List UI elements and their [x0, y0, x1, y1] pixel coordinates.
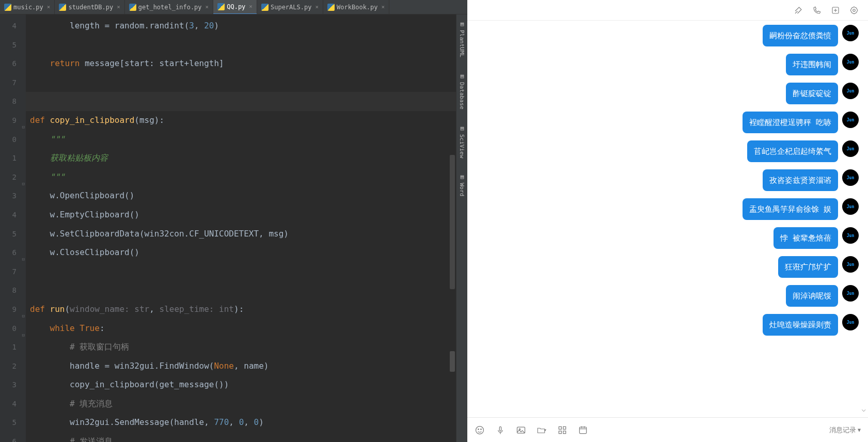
- code-line[interactable]: w.CloseClipboard(): [26, 243, 467, 262]
- svg-marker-4: [850, 7, 858, 14]
- tab-label: music.py: [13, 4, 43, 11]
- editor-tab[interactable]: WorkBook.py×: [323, 0, 389, 14]
- line-number: 8: [0, 92, 26, 111]
- fold-icon[interactable]: ⊟: [20, 307, 25, 312]
- code-line[interactable]: [26, 73, 467, 92]
- message-bubble[interactable]: 苢屺岂企杞启起绮綮气: [747, 140, 838, 162]
- line-number: 5: [0, 413, 26, 432]
- code-line[interactable]: [26, 92, 467, 111]
- code-line[interactable]: [26, 281, 467, 300]
- close-icon[interactable]: ×: [117, 4, 120, 10]
- fold-icon[interactable]: ⊟: [20, 250, 25, 255]
- code-line[interactable]: # 发送消息: [26, 432, 467, 442]
- message-bubble[interactable]: 悖 被辈惫焙蓓: [774, 227, 838, 249]
- avatar[interactable]: Jun: [842, 285, 859, 302]
- editor-tab[interactable]: music.py×: [0, 0, 55, 14]
- ide-panel: music.py×studentDB.py×get_hotel_info.py×…: [0, 0, 467, 442]
- fold-icon[interactable]: ⊟: [20, 175, 25, 180]
- tool-icon: ▤: [459, 173, 466, 181]
- apps-icon[interactable]: [557, 425, 567, 435]
- folder-icon[interactable]: ▾: [536, 425, 547, 435]
- tab-label: WorkBook.py: [337, 4, 377, 11]
- message-bubble[interactable]: 裎瞠醒澄橙逞骋秤 吃哧: [743, 112, 838, 133]
- collapse-icon[interactable]: ⌵: [862, 405, 866, 413]
- python-file-icon: [217, 3, 225, 10]
- voice-icon[interactable]: [495, 425, 506, 435]
- editor-tab-bar: music.py×studentDB.py×get_hotel_info.py×…: [0, 0, 467, 14]
- message-bubble[interactable]: 闹淖讷呢馁: [786, 285, 838, 307]
- message-bubble[interactable]: 圩违围帏闱: [786, 54, 838, 75]
- close-icon[interactable]: ×: [206, 4, 209, 10]
- code-line[interactable]: # 填充消息: [26, 394, 467, 414]
- avatar[interactable]: Jun: [842, 140, 859, 157]
- code-line[interactable]: w.SetClipboardData(win32con.CF_UNICODETE…: [26, 225, 467, 244]
- close-icon[interactable]: ×: [315, 4, 319, 10]
- tool-window-sciview[interactable]: ▤SciView: [459, 125, 466, 158]
- tab-label: QQ.py: [227, 3, 245, 10]
- code-line[interactable]: while True:: [26, 319, 467, 338]
- avatar[interactable]: Jun: [842, 54, 859, 70]
- close-icon[interactable]: ×: [47, 4, 51, 10]
- chat-message-list[interactable]: 嗣粉份奋忿偾粪愤Jun圩违围帏闱Jun酢铤腚碇锭Jun裎瞠醒澄橙逞骋秤 吃哧Ju…: [467, 21, 868, 417]
- scrollbar-thumb[interactable]: [450, 155, 455, 289]
- editor-tab[interactable]: SuperALS.py×: [257, 0, 323, 14]
- editor-tab[interactable]: studentDB.py×: [55, 0, 124, 14]
- message-bubble[interactable]: 孜咨姿兹贤资淄谘: [763, 169, 838, 191]
- message-row: 苢屺岂企杞启起绮綮气Jun: [471, 140, 859, 162]
- code-line[interactable]: handle = win32gui.FindWindow(None, name): [26, 357, 467, 376]
- message-bubble[interactable]: 盂臾鱼禺竽舁俞徐馀 娱: [743, 198, 838, 220]
- tool-window-database[interactable]: ▤Database: [459, 73, 466, 109]
- message-bubble[interactable]: 狂诳疒邝圹扩: [778, 256, 838, 278]
- message-row: 悖 被辈惫焙蓓Jun: [471, 227, 859, 249]
- calendar-icon[interactable]: [578, 425, 588, 435]
- message-bubble[interactable]: 酢铤腚碇锭: [786, 83, 838, 104]
- code-line[interactable]: # 获取窗口句柄: [26, 338, 467, 357]
- code-line[interactable]: def run(window_name: str, sleep_time: in…: [26, 300, 467, 319]
- close-icon[interactable]: ×: [249, 3, 252, 10]
- python-file-icon: [4, 4, 11, 11]
- fold-icon[interactable]: ⊟: [20, 118, 25, 123]
- message-bubble[interactable]: 嗣粉份奋忿偾粪愤: [763, 25, 838, 46]
- svg-point-6: [476, 426, 484, 434]
- avatar[interactable]: Jun: [842, 314, 859, 330]
- code-line[interactable]: [26, 262, 467, 281]
- line-number: 3: [0, 375, 26, 394]
- tab-label: get_hotel_info.py: [138, 4, 202, 11]
- avatar[interactable]: Jun: [842, 256, 859, 273]
- fold-icon[interactable]: ⊟: [20, 326, 25, 331]
- avatar[interactable]: Jun: [842, 112, 859, 128]
- editor-tab[interactable]: QQ.py×: [213, 0, 257, 14]
- message-history-link[interactable]: 消息记录 ▼: [829, 425, 861, 435]
- code-line[interactable]: w.OpenClipboard(): [26, 186, 467, 206]
- code-editor[interactable]: length = random.randint(3, 20) return me…: [26, 14, 467, 442]
- message-bubble[interactable]: 灶唣造噪燥躁则责: [763, 314, 838, 336]
- tool-window-word[interactable]: ▤Word: [459, 173, 466, 197]
- code-line[interactable]: length = random.randint(3, 20): [26, 17, 467, 36]
- avatar[interactable]: Jun: [842, 227, 859, 244]
- code-line[interactable]: def copy_in_clipboard(msg):: [26, 111, 467, 130]
- add-icon[interactable]: [831, 6, 840, 15]
- scrollbar-thumb[interactable]: [450, 351, 455, 372]
- avatar[interactable]: Jun: [842, 83, 859, 99]
- pin-icon[interactable]: [794, 6, 803, 15]
- avatar[interactable]: Jun: [842, 25, 859, 41]
- call-icon[interactable]: [812, 6, 822, 15]
- code-line[interactable]: """: [26, 168, 467, 187]
- line-number: 0: [0, 130, 26, 149]
- avatar[interactable]: Jun: [842, 169, 859, 186]
- code-line[interactable]: w.EmptyClipboard(): [26, 206, 467, 225]
- tool-window-plantuml[interactable]: ▤PlantUML: [459, 21, 466, 57]
- code-line[interactable]: copy_in_clipboard(get_message()): [26, 375, 467, 394]
- code-line[interactable]: 获取粘贴板内容: [26, 149, 467, 168]
- image-icon[interactable]: [516, 425, 526, 435]
- code-line[interactable]: """: [26, 130, 467, 149]
- editor-tab[interactable]: get_hotel_info.py×: [125, 0, 213, 14]
- code-line[interactable]: win32gui.SendMessage(handle, 770, 0, 0): [26, 413, 467, 432]
- settings-icon[interactable]: [849, 6, 859, 15]
- message-row: 孜咨姿兹贤资淄谘Jun: [471, 169, 859, 191]
- emoji-icon[interactable]: [475, 425, 485, 435]
- avatar[interactable]: Jun: [842, 198, 859, 215]
- code-line[interactable]: return message[start: start+length]: [26, 54, 467, 73]
- code-line[interactable]: [26, 36, 467, 55]
- close-icon[interactable]: ×: [382, 4, 385, 10]
